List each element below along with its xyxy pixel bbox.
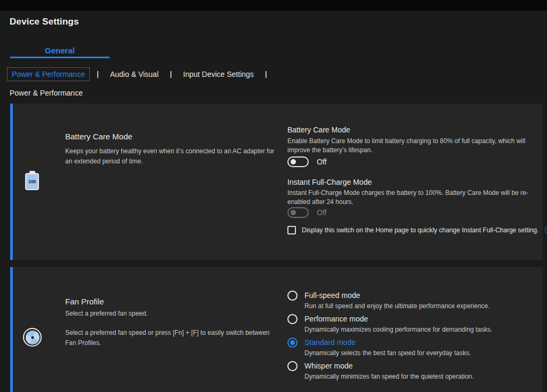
radio-label: Whisper mode — [304, 362, 353, 370]
radio-description: Dynamically selects the best fan speed f… — [304, 349, 492, 357]
fan-option-performance-row[interactable]: Performance mode — [287, 313, 492, 324]
section-label: Power & Performance — [10, 89, 83, 97]
info-icon[interactable]: i — [545, 225, 547, 234]
fan-card-description-2: Select a preferred fan speed or press [F… — [65, 328, 278, 348]
home-switch-checkbox-label: Display this switch on the Home page to … — [302, 226, 539, 234]
instant-full-charge-title: Instant Full-Charge Mode — [287, 178, 372, 186]
fan-card-description-1: Select a preferred fan speed. — [65, 309, 278, 319]
radio-label: Standard mode — [304, 338, 356, 347]
subnav-item-power-performance[interactable]: Power & Performance — [7, 67, 90, 81]
fan-card-title: Fan Profile — [65, 297, 104, 306]
radio-description: Dynamically minimizes fan speed for the … — [304, 373, 492, 380]
radio-description: Run at full speed and enjoy the ultimate… — [304, 302, 492, 310]
fan-option-whisper: Whisper mode Dynamically minimizes fan s… — [287, 360, 492, 380]
card-accent-bar — [10, 104, 13, 260]
instant-full-charge-toggle — [287, 207, 309, 218]
page-title: Device Settings — [10, 17, 79, 27]
fan-icon-hub — [31, 336, 34, 339]
instant-full-charge-toggle-state: Off — [317, 208, 326, 217]
battery-level-text: 100 — [28, 179, 36, 184]
tab-general[interactable]: General — [10, 46, 110, 55]
fan-option-full-speed-row[interactable]: Full-speed mode — [287, 290, 492, 301]
window-top-strip — [0, 0, 547, 11]
battery-care-mode-title: Battery Care Mode — [287, 126, 350, 134]
subnav-separator — [170, 71, 171, 78]
home-switch-checkbox-row: Display this switch on the Home page to … — [287, 225, 547, 234]
fan-profile-card: Fan Profile Select a preferred fan speed… — [10, 267, 543, 392]
fan-option-standard: Standard mode Dynamically selects the be… — [287, 337, 492, 357]
radio-dot — [290, 340, 295, 345]
radio-description: Dynamically maximizes cooling performanc… — [304, 326, 492, 333]
subnav-item-audio-visual[interactable]: Audio & Visual — [106, 68, 163, 81]
fan-option-standard-row[interactable]: Standard mode — [287, 337, 492, 348]
toggle-knob — [291, 210, 296, 215]
tab-general-underline — [10, 57, 110, 58]
radio-button[interactable] — [287, 291, 298, 301]
subnav-separator — [97, 71, 98, 78]
fan-option-full-speed: Full-speed mode Run at full speed and en… — [287, 290, 492, 310]
battery-care-mode-description: Enable Battery Care Mode to limit batter… — [287, 137, 545, 155]
battery-care-card: 100 Battery Care Mode Keeps your battery… — [10, 104, 543, 260]
radio-button[interactable] — [287, 314, 298, 324]
card-accent-bar — [10, 267, 13, 392]
battery-care-mode-toggle-state: Off — [317, 158, 326, 166]
battery-card-title: Battery Care Mode — [65, 132, 132, 141]
battery-icon: 100 — [25, 171, 40, 190]
battery-card-description: Keeps your battery healthy even when it’… — [65, 146, 278, 167]
battery-care-mode-toggle[interactable] — [287, 156, 309, 167]
toggle-knob — [291, 159, 296, 164]
subnav-item-input-device-settings[interactable]: Input Device Settings — [179, 68, 258, 81]
fan-option-performance: Performance mode Dynamically maximizes c… — [287, 313, 492, 333]
fan-icon — [23, 328, 42, 347]
home-switch-checkbox[interactable] — [287, 226, 296, 234]
instant-full-charge-toggle-row: Off — [287, 207, 326, 218]
subnav-separator — [265, 71, 267, 78]
battery-icon-body: 100 — [25, 173, 39, 190]
fan-profile-radio-group: Full-speed mode Run at full speed and en… — [287, 290, 492, 380]
instant-full-charge-description: Instant Full-Charge Mode charges the bat… — [287, 189, 545, 207]
radio-label: Full-speed mode — [304, 291, 360, 300]
radio-label: Performance mode — [304, 315, 368, 323]
fan-option-whisper-row[interactable]: Whisper mode — [287, 360, 492, 371]
radio-button-selected[interactable] — [287, 338, 298, 348]
battery-care-mode-toggle-row: Off — [287, 156, 326, 167]
subnav: Power & Performance Audio & Visual Input… — [7, 67, 274, 81]
radio-button[interactable] — [287, 361, 298, 371]
